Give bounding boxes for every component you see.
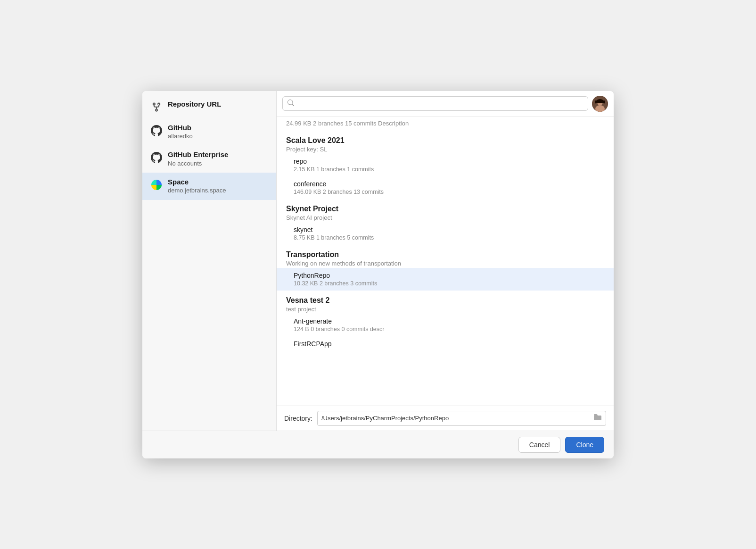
repo-name: repo bbox=[294, 158, 604, 165]
repo-item[interactable]: FirstRCPApp bbox=[277, 336, 614, 351]
repo-url-icon bbox=[150, 100, 163, 114]
project-desc: test project bbox=[286, 306, 604, 313]
sidebar-item-github-label: GitHub bbox=[168, 123, 193, 133]
sidebar-item-repository-url-text: Repository URL bbox=[168, 100, 221, 109]
project-group-transportation: TransportationWorking on new methods of … bbox=[277, 245, 614, 291]
repo-meta: 2.15 KB 1 branches 1 commits bbox=[294, 166, 604, 173]
project-name: Skynet Project bbox=[286, 205, 604, 213]
repo-name: Ant-generate bbox=[294, 317, 604, 325]
top-meta: 24.99 KB 2 branches 15 commits Descripti… bbox=[277, 117, 614, 131]
repo-meta: 10.32 KB 2 branches 3 commits bbox=[294, 280, 604, 287]
sidebar-item-space[interactable]: Space demo.jetbrains.space bbox=[142, 173, 276, 200]
search-input[interactable] bbox=[297, 100, 583, 108]
project-desc: Working on new methods of transportation bbox=[286, 260, 604, 267]
repo-name: skynet bbox=[294, 226, 604, 233]
repo-meta: 124 B 0 branches 0 commits descr bbox=[294, 326, 604, 333]
repo-name: conference bbox=[294, 180, 604, 188]
project-desc: Skynet AI project bbox=[286, 214, 604, 221]
project-group-skynet-project: Skynet ProjectSkynet AI projectskynet8.7… bbox=[277, 199, 614, 245]
clone-button[interactable]: Clone bbox=[565, 437, 604, 453]
directory-input[interactable] bbox=[321, 415, 591, 422]
project-desc: Project key: SL bbox=[286, 146, 604, 153]
project-header-transportation: TransportationWorking on new methods of … bbox=[277, 245, 614, 268]
clone-repository-dialog: Repository URL GitHub allaredko bbox=[142, 91, 614, 458]
sidebar-item-github-subtitle: allaredko bbox=[168, 132, 193, 141]
repo-item[interactable]: repo2.15 KB 1 branches 1 commits bbox=[277, 154, 614, 176]
project-name: Scala Love 2021 bbox=[286, 136, 604, 145]
sidebar-item-space-text: Space demo.jetbrains.space bbox=[168, 177, 226, 195]
repo-item[interactable]: Ant-generate124 B 0 branches 0 commits d… bbox=[277, 314, 614, 336]
project-name: Vesna test 2 bbox=[286, 296, 604, 305]
sidebar-item-github-enterprise-label: GitHub Enterprise bbox=[168, 150, 228, 159]
main-content: 24.99 KB 2 branches 15 commits Descripti… bbox=[277, 91, 614, 431]
directory-input-wrapper[interactable] bbox=[317, 411, 606, 426]
sidebar-item-github[interactable]: GitHub allaredko bbox=[142, 118, 276, 146]
space-icon bbox=[150, 178, 163, 191]
dialog-footer: Cancel Clone bbox=[142, 431, 614, 458]
cancel-button[interactable]: Cancel bbox=[518, 437, 561, 453]
sidebar-item-github-text: GitHub allaredko bbox=[168, 123, 193, 141]
repo-name: FirstRCPApp bbox=[294, 340, 604, 348]
directory-label: Directory: bbox=[284, 415, 312, 422]
sidebar-item-github-enterprise-text: GitHub Enterprise No accounts bbox=[168, 150, 228, 168]
project-name: Transportation bbox=[286, 250, 604, 259]
search-bar bbox=[277, 91, 614, 117]
sidebar-item-space-subtitle: demo.jetbrains.space bbox=[168, 186, 226, 195]
sidebar-item-github-enterprise-subtitle: No accounts bbox=[168, 159, 228, 168]
repo-name: PythonRepo bbox=[294, 272, 604, 279]
folder-icon[interactable] bbox=[593, 414, 602, 423]
sidebar-item-repository-url[interactable]: Repository URL bbox=[142, 95, 276, 118]
github-icon bbox=[150, 124, 163, 137]
sidebar-item-repository-url-label: Repository URL bbox=[168, 100, 221, 109]
repo-meta: 8.75 KB 1 branches 5 commits bbox=[294, 234, 604, 241]
directory-bar: Directory: bbox=[277, 406, 614, 431]
search-icon bbox=[288, 100, 294, 108]
dialog-body: Repository URL GitHub allaredko bbox=[142, 91, 614, 431]
sidebar-item-space-label: Space bbox=[168, 177, 226, 187]
avatar[interactable] bbox=[592, 96, 608, 112]
projects-container: Scala Love 2021Project key: SLrepo2.15 K… bbox=[277, 131, 614, 351]
sidebar: Repository URL GitHub allaredko bbox=[142, 91, 277, 431]
sidebar-item-github-enterprise[interactable]: GitHub Enterprise No accounts bbox=[142, 145, 276, 173]
repo-item[interactable]: PythonRepo10.32 KB 2 branches 3 commits bbox=[277, 268, 614, 291]
repo-meta: 146.09 KB 2 branches 13 commits bbox=[294, 189, 604, 195]
repo-item[interactable]: conference146.09 KB 2 branches 13 commit… bbox=[277, 176, 614, 199]
project-header-vesna-test-2: Vesna test 2test project bbox=[277, 291, 614, 314]
repo-list: 24.99 KB 2 branches 15 commits Descripti… bbox=[277, 117, 614, 406]
project-header-skynet-project: Skynet ProjectSkynet AI project bbox=[277, 199, 614, 222]
repo-item[interactable]: skynet8.75 KB 1 branches 5 commits bbox=[277, 222, 614, 245]
project-group-scala-love-2021: Scala Love 2021Project key: SLrepo2.15 K… bbox=[277, 131, 614, 199]
search-input-wrapper[interactable] bbox=[282, 96, 588, 111]
project-group-vesna-test-2: Vesna test 2test projectAnt-generate124 … bbox=[277, 291, 614, 351]
project-header-scala-love-2021: Scala Love 2021Project key: SL bbox=[277, 131, 614, 154]
github-enterprise-icon bbox=[150, 151, 163, 164]
